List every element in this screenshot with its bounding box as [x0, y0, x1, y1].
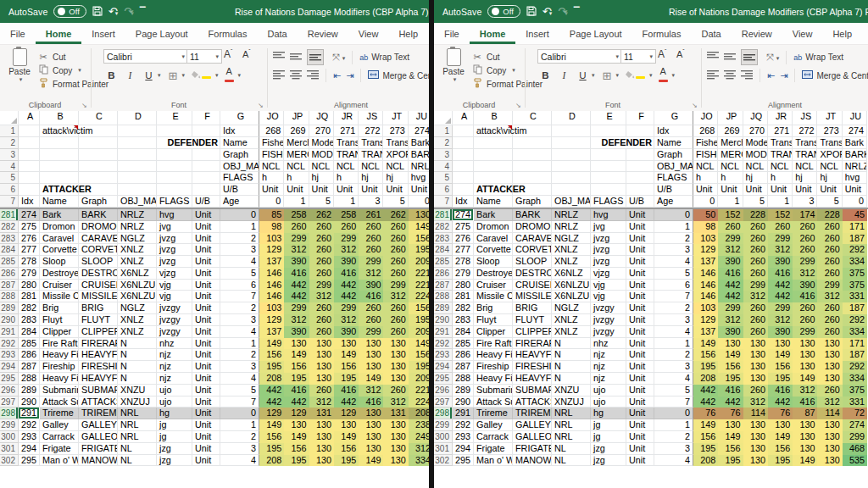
damage-cell[interactable]: 260 [383, 314, 408, 326]
name-cell[interactable]: Trireme [474, 408, 513, 419]
damage-cell[interactable]: 442 [768, 291, 793, 302]
flags-cell[interactable]: ujo [157, 385, 192, 396]
defender-attr[interactable]: XPORT [383, 149, 408, 161]
name-cell[interactable]: Dromon [474, 221, 513, 233]
damage-cell[interactable]: 442 [718, 291, 743, 302]
idx-cell[interactable]: 293 [453, 431, 474, 443]
ub-cell[interactable]: Unit [626, 221, 654, 233]
damage-cell[interactable]: 130 [817, 349, 842, 361]
underline-button[interactable]: U [576, 70, 589, 80]
damage-cell[interactable]: 260 [359, 233, 383, 245]
damage-cell[interactable]: 260 [309, 326, 334, 338]
cell-b6[interactable]: ATTACKER [474, 184, 513, 196]
damage-cell[interactable]: 149 [359, 373, 383, 385]
field-label[interactable]: FLAGS [591, 196, 626, 208]
damage-cell[interactable]: 195 [259, 443, 284, 455]
align-center-icon[interactable] [724, 70, 736, 81]
name-cell[interactable]: Submarin [474, 385, 513, 396]
damage-cell[interactable]: 260 [334, 221, 359, 233]
age-cell[interactable]: 6 [654, 280, 693, 291]
name-cell[interactable]: Heavy Fir [40, 349, 79, 361]
damage-cell[interactable]: 375 [843, 268, 867, 280]
damage-cell[interactable]: 130 [309, 419, 334, 431]
merge-center-button[interactable]: Merge & Center [368, 69, 434, 82]
mask-cell[interactable]: X6NLZU [552, 291, 591, 302]
flags-cell[interactable]: jzg [157, 443, 192, 455]
graph-cell[interactable]: CORVETTE [513, 244, 552, 256]
column-header-F[interactable]: F [626, 111, 654, 125]
underline-dropdown-icon[interactable]: ▾ [158, 72, 161, 79]
damage-cell[interactable]: 187 [843, 233, 867, 245]
italic-button[interactable]: I [558, 70, 570, 80]
cell[interactable] [79, 137, 118, 149]
graph-cell[interactable]: FRIGATE [513, 443, 552, 455]
tab-page-layout[interactable]: Page Layout [125, 25, 198, 44]
damage-cell[interactable]: 137 [259, 256, 284, 268]
idx-cell[interactable]: 279 [453, 268, 474, 280]
defender-attr[interactable]: 273 [383, 125, 408, 137]
damage-cell[interactable]: 299 [793, 326, 817, 338]
name-cell[interactable]: Destroyer [474, 268, 513, 280]
column-header-JO[interactable]: JO [259, 111, 284, 125]
flags-cell[interactable]: jvzgy [591, 302, 626, 314]
mask-cell[interactable]: N [118, 373, 157, 385]
damage-cell[interactable]: 130 [359, 443, 383, 455]
damage-cell[interactable]: 149 [259, 419, 284, 431]
graph-cell[interactable]: GALLEON [79, 431, 118, 443]
defender-attr[interactable]: Unit [768, 184, 793, 196]
cell[interactable] [552, 161, 591, 173]
align-center-icon[interactable] [290, 70, 302, 81]
damage-cell[interactable]: 130 [383, 373, 408, 385]
mask-cell[interactable]: NRL [118, 408, 157, 419]
name-cell[interactable]: Brig [40, 302, 79, 314]
graph-cell[interactable]: GALLEY [513, 419, 552, 431]
mask-cell[interactable]: NRL [552, 419, 591, 431]
damage-cell[interactable]: 260 [817, 233, 842, 245]
damage-cell[interactable]: 130 [793, 419, 817, 431]
decrease-font-icon[interactable]: Aˇ [242, 48, 251, 59]
increase-font-icon[interactable]: Aˆ [658, 48, 666, 60]
column-header-JO[interactable]: JO [693, 111, 718, 125]
age-cell[interactable]: 5 [220, 385, 259, 396]
damage-cell[interactable]: 299 [843, 431, 867, 443]
damage-cell[interactable]: 130 [383, 455, 408, 467]
graph-cell[interactable]: CRUISER [79, 280, 118, 291]
font-color-dropdown-icon[interactable]: ▾ [672, 72, 676, 79]
ub-cell[interactable]: Unit [192, 209, 220, 221]
damage-cell[interactable]: 260 [383, 256, 408, 268]
defender-attr[interactable]: Unit [843, 184, 867, 196]
damage-cell[interactable]: 130 [359, 408, 383, 419]
cell-b4[interactable] [474, 161, 513, 173]
ub-cell[interactable]: Unit [192, 373, 220, 385]
field-label[interactable]: FLAGS [654, 172, 693, 184]
row-header-292[interactable]: 292 [434, 338, 453, 350]
damage-cell[interactable]: 274 [843, 419, 867, 431]
defender-attr[interactable]: 269 [718, 125, 743, 137]
damage-cell[interactable]: 260 [743, 268, 768, 280]
cell[interactable] [192, 172, 220, 184]
damage-cell[interactable]: 149 [793, 373, 817, 385]
defender-attr[interactable]: Merch [718, 137, 743, 149]
cell[interactable] [513, 137, 552, 149]
active-cell[interactable]: 274 [453, 209, 474, 221]
row-header-297[interactable]: 297 [0, 396, 19, 408]
damage-cell[interactable]: 312 [359, 385, 383, 396]
damage-cell[interactable]: 331 [843, 396, 867, 408]
flags-cell[interactable]: njz [591, 373, 626, 385]
defender-attr[interactable]: 268 [259, 125, 284, 137]
damage-cell[interactable]: 129 [693, 244, 718, 256]
cell[interactable] [79, 149, 118, 161]
name-cell[interactable]: Carrack [40, 431, 79, 443]
damage-cell[interactable]: 130 [309, 431, 334, 443]
cell[interactable] [157, 184, 192, 196]
damage-cell[interactable]: 130 [718, 419, 743, 431]
column-header-JQ[interactable]: JQ [309, 111, 334, 125]
flags-cell[interactable]: nhz [157, 338, 192, 350]
flags-cell[interactable]: njz [591, 349, 626, 361]
row-header-1[interactable]: 1 [0, 125, 19, 137]
wrap-text-button[interactable]: abWrap Text [793, 51, 843, 64]
graph-cell[interactable]: HEAVYFIR [79, 373, 118, 385]
name-cell[interactable]: Man o' W [40, 455, 79, 467]
damage-cell[interactable]: 260 [817, 244, 842, 256]
defender-attr[interactable]: TRANS [793, 149, 817, 161]
